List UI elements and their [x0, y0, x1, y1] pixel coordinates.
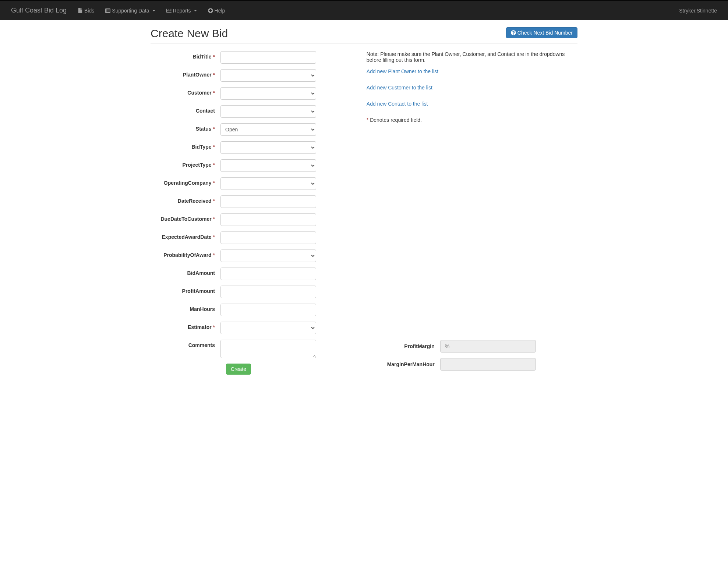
projecttype-label: ProjectType *	[151, 159, 220, 168]
customer-label: Customer *	[151, 87, 220, 96]
nav-right: Stryker.Stinnette	[674, 2, 722, 19]
probabilityofaward-select[interactable]	[220, 249, 316, 262]
expectedawarddate-input[interactable]	[220, 231, 316, 244]
profitmargin-input	[440, 340, 536, 353]
bar-chart-icon	[166, 8, 172, 13]
nav-bids-label: Bids	[84, 8, 94, 14]
nav-user[interactable]: Stryker.Stinnette	[674, 2, 722, 19]
profitamount-label: ProfitAmount	[151, 286, 220, 294]
bidtype-select[interactable]	[220, 141, 316, 154]
right-column: Note: Please make sure the Plant Owner, …	[367, 51, 577, 376]
file-icon	[78, 8, 83, 13]
nav-reports-label: Reports	[173, 8, 191, 14]
page-header: Create New Bid Check Next Bid Number	[151, 27, 577, 44]
duedatetocustomer-label: DueDateToCustomer *	[151, 213, 220, 222]
profitmargin-label: ProfitMargin	[367, 343, 440, 349]
required-note: * Denotes required field.	[367, 117, 577, 123]
estimator-select[interactable]	[220, 322, 316, 334]
estimator-label: Estimator *	[151, 322, 220, 330]
nav-supporting-data-label: Supporting Data	[112, 8, 149, 14]
manhours-label: ManHours	[151, 304, 220, 312]
plantowner-label: PlantOwner *	[151, 69, 220, 78]
chevron-down-icon	[152, 10, 155, 11]
operatingcompany-label: OperatingCompany *	[151, 177, 220, 186]
datereceived-label: DateReceived *	[151, 195, 220, 204]
comments-textarea[interactable]	[220, 340, 316, 358]
nav-bids[interactable]: Bids	[72, 2, 100, 19]
dropdown-note: Note: Please make sure the Plant Owner, …	[367, 51, 577, 63]
probabilityofaward-label: ProbabilityOfAward *	[151, 249, 220, 258]
contact-label: Contact	[151, 105, 220, 114]
nav-list: Bids Supporting Data Reports	[72, 2, 674, 19]
add-customer-link[interactable]: Add new Customer to the list	[367, 85, 577, 91]
plantowner-select[interactable]	[220, 69, 316, 82]
add-contact-link[interactable]: Add new Contact to the list	[367, 101, 577, 107]
datereceived-input[interactable]	[220, 195, 316, 208]
status-select[interactable]: Open	[220, 123, 316, 136]
status-label: Status *	[151, 123, 220, 132]
operatingcompany-select[interactable]	[220, 177, 316, 190]
brand-link[interactable]: Gulf Coast Bid Log	[6, 1, 72, 20]
check-next-bid-number-button[interactable]: Check Next Bid Number	[506, 27, 577, 38]
main-container: Create New Bid Check Next Bid Number Bid…	[145, 27, 583, 376]
add-plant-owner-link[interactable]: Add new Plant Owner to the list	[367, 68, 577, 74]
comments-label: Comments	[151, 340, 220, 348]
page-title: Create New Bid	[151, 27, 506, 40]
bidtype-label: BidType *	[151, 141, 220, 150]
right-form-block: ProfitMargin MarginPerManHour	[367, 340, 577, 371]
profitamount-input[interactable]	[220, 286, 316, 298]
expectedawarddate-label: ExpectedAwardDate *	[151, 231, 220, 240]
nav-help[interactable]: Help	[202, 2, 231, 19]
create-button[interactable]: Create	[226, 364, 251, 375]
nav-supporting-data[interactable]: Supporting Data	[100, 2, 160, 19]
marginpermanhour-label: MarginPerManHour	[367, 361, 440, 367]
chevron-down-icon	[194, 10, 197, 11]
question-circle-icon	[511, 30, 516, 35]
form-area: BidTitle * PlantOwner * Customer * Conta…	[151, 51, 577, 376]
list-alt-icon	[105, 8, 110, 13]
check-next-bid-number-label: Check Next Bid Number	[517, 30, 573, 36]
bidamount-label: BidAmount	[151, 268, 220, 276]
projecttype-select[interactable]	[220, 159, 316, 172]
navbar: Gulf Coast Bid Log Bids Supporting Data	[0, 0, 728, 20]
bidtitle-input[interactable]	[220, 51, 316, 64]
marginpermanhour-input	[440, 358, 536, 371]
customer-select[interactable]	[220, 87, 316, 100]
duedatetocustomer-input[interactable]	[220, 213, 316, 226]
nav-reports[interactable]: Reports	[161, 2, 202, 19]
nav-help-label: Help	[215, 8, 225, 14]
bidamount-input[interactable]	[220, 268, 316, 280]
contact-select[interactable]	[220, 105, 316, 118]
plus-circle-icon	[208, 8, 213, 13]
bidtitle-label: BidTitle *	[151, 51, 220, 60]
manhours-input[interactable]	[220, 304, 316, 316]
left-column: BidTitle * PlantOwner * Customer * Conta…	[151, 51, 356, 376]
